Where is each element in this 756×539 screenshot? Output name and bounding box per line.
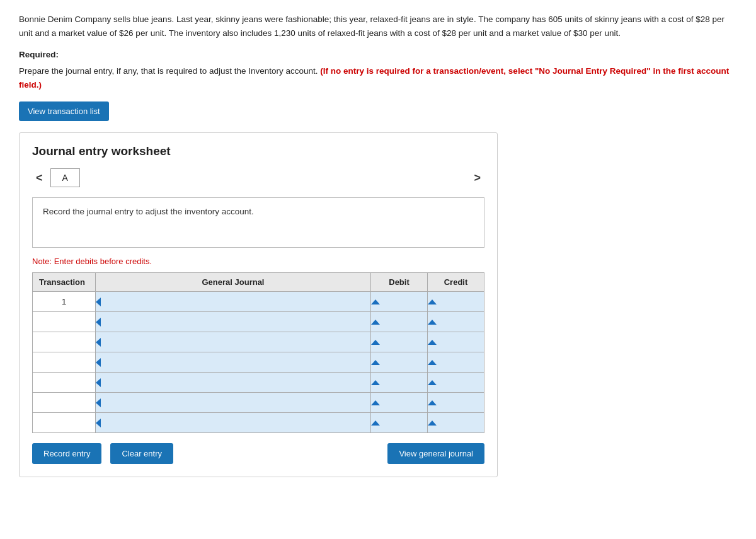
credit-cell[interactable]: [428, 332, 484, 352]
tab-navigation: < A >: [32, 168, 484, 187]
debit-input[interactable]: [382, 292, 427, 311]
tab-nav-right-button[interactable]: >: [470, 170, 484, 186]
tab-nav-left-button[interactable]: <: [32, 170, 47, 186]
transaction-cell: [33, 413, 96, 433]
intro-paragraph: Bonnie Denim Company sells blue jeans. L…: [19, 13, 737, 40]
tab-a[interactable]: A: [50, 168, 80, 187]
dropdown-arrow-icon[interactable]: [96, 358, 101, 367]
general-journal-input[interactable]: [103, 292, 370, 311]
credit-input[interactable]: [439, 393, 484, 412]
table-header-row: Transaction General Journal Debit Credit: [33, 273, 484, 292]
dropdown-arrow-icon[interactable]: [96, 419, 101, 427]
credit-cell[interactable]: [428, 373, 484, 393]
credit-cell[interactable]: [428, 393, 484, 413]
general-journal-cell[interactable]: [96, 413, 371, 433]
header-debit: Debit: [371, 273, 428, 292]
sort-arrow-icon[interactable]: [428, 420, 437, 426]
credit-cell[interactable]: [428, 292, 484, 312]
general-journal-input[interactable]: [103, 312, 370, 332]
dropdown-arrow-icon[interactable]: [96, 318, 101, 327]
general-journal-input[interactable]: [103, 393, 370, 412]
debit-input[interactable]: [382, 373, 427, 392]
dropdown-arrow-icon[interactable]: [96, 378, 101, 387]
debit-cell[interactable]: [371, 332, 428, 352]
debit-cell[interactable]: [371, 373, 428, 393]
table-row: [33, 352, 484, 373]
sort-arrow-icon[interactable]: [428, 380, 437, 385]
clear-entry-button[interactable]: Clear entry: [110, 443, 173, 464]
sort-arrow-icon[interactable]: [371, 400, 380, 405]
table-row: [33, 312, 484, 332]
general-journal-cell[interactable]: [96, 352, 371, 373]
note-text: Note: Enter debits before credits.: [32, 257, 484, 266]
credit-cell[interactable]: [428, 312, 484, 332]
general-journal-input[interactable]: [103, 332, 370, 352]
debit-cell[interactable]: [371, 292, 428, 312]
sort-arrow-icon[interactable]: [428, 360, 437, 365]
general-journal-input[interactable]: [103, 413, 370, 432]
sort-arrow-icon[interactable]: [371, 320, 380, 325]
general-journal-input[interactable]: [103, 373, 370, 392]
instruction-box: Record the journal entry to adjust the i…: [32, 197, 484, 248]
journal-entry-worksheet: Journal entry worksheet < A > Record the…: [19, 132, 498, 477]
instruction-text: Record the journal entry to adjust the i…: [43, 207, 254, 216]
sort-arrow-icon[interactable]: [371, 380, 380, 385]
debit-cell[interactable]: [371, 413, 428, 433]
transaction-cell: [33, 332, 96, 352]
credit-input[interactable]: [439, 373, 484, 392]
transaction-cell: [33, 312, 96, 332]
sort-arrow-icon[interactable]: [428, 340, 437, 345]
table-row: 1: [33, 292, 484, 312]
prepare-text: Prepare the journal entry, if any, that …: [19, 64, 737, 91]
general-journal-cell[interactable]: [96, 292, 371, 312]
general-journal-input[interactable]: [103, 352, 370, 372]
credit-input[interactable]: [439, 332, 484, 352]
credit-input[interactable]: [439, 352, 484, 372]
debit-cell[interactable]: [371, 352, 428, 373]
record-entry-button[interactable]: Record entry: [32, 443, 101, 464]
credit-input[interactable]: [439, 292, 484, 311]
sort-arrow-icon[interactable]: [428, 400, 437, 405]
debit-cell[interactable]: [371, 312, 428, 332]
table-row: [33, 373, 484, 393]
dropdown-arrow-icon[interactable]: [96, 298, 101, 306]
credit-input[interactable]: [439, 312, 484, 332]
header-general-journal: General Journal: [96, 273, 371, 292]
journal-entry-table: Transaction General Journal Debit Credit…: [32, 272, 484, 433]
prepare-normal: Prepare the journal entry, if any, that …: [19, 66, 318, 76]
transaction-cell: 1: [33, 292, 96, 312]
transaction-cell: [33, 393, 96, 413]
table-row: [33, 393, 484, 413]
sort-arrow-icon[interactable]: [428, 299, 437, 304]
header-credit: Credit: [428, 273, 484, 292]
view-transaction-list-button[interactable]: View transaction list: [19, 101, 109, 121]
sort-arrow-icon[interactable]: [371, 360, 380, 365]
debit-input[interactable]: [382, 312, 427, 332]
debit-input[interactable]: [382, 332, 427, 352]
debit-input[interactable]: [382, 413, 427, 432]
dropdown-arrow-icon[interactable]: [96, 338, 101, 347]
sort-arrow-icon[interactable]: [371, 420, 380, 426]
transaction-cell: [33, 352, 96, 373]
table-row: [33, 413, 484, 433]
header-transaction: Transaction: [33, 273, 96, 292]
worksheet-title: Journal entry worksheet: [32, 144, 484, 158]
sort-arrow-icon[interactable]: [371, 299, 380, 304]
transaction-cell: [33, 373, 96, 393]
general-journal-cell[interactable]: [96, 312, 371, 332]
credit-input[interactable]: [439, 413, 484, 432]
view-general-journal-button[interactable]: View general journal: [387, 443, 484, 464]
sort-arrow-icon[interactable]: [371, 340, 380, 345]
general-journal-cell[interactable]: [96, 393, 371, 413]
credit-cell[interactable]: [428, 352, 484, 373]
dropdown-arrow-icon[interactable]: [96, 398, 101, 407]
required-label: Required:: [19, 50, 737, 59]
sort-arrow-icon[interactable]: [428, 320, 437, 325]
action-buttons-row: Record entry Clear entry View general jo…: [32, 443, 484, 464]
general-journal-cell[interactable]: [96, 373, 371, 393]
credit-cell[interactable]: [428, 413, 484, 433]
debit-cell[interactable]: [371, 393, 428, 413]
debit-input[interactable]: [382, 352, 427, 372]
general-journal-cell[interactable]: [96, 332, 371, 352]
debit-input[interactable]: [382, 393, 427, 412]
